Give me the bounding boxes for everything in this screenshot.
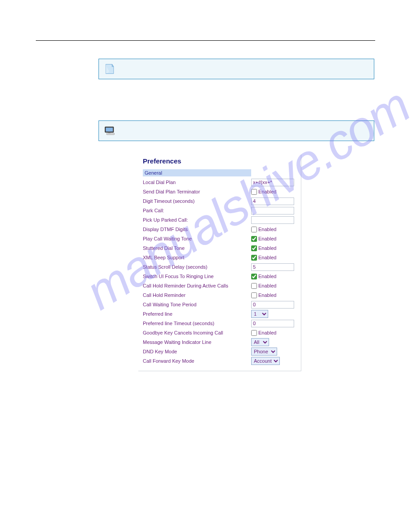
pref-row: Display DTMF DigitsEnabled [143,225,296,233]
pref-label: Message Waiting Indicator Line [143,339,251,345]
pref-checkbox-label: Enabled [258,245,276,251]
pref-label: Call Waiting Tone Period [143,302,251,307]
pref-checkbox-label: Enabled [258,292,276,298]
section-general: General [143,169,251,176]
pref-row: Call Hold ReminderEnabled [143,291,296,299]
pref-checkbox-wrap[interactable]: Enabled [251,274,276,279]
pref-text-input[interactable] [251,263,294,271]
pref-control [251,301,294,309]
pref-checkbox-label: Enabled [258,236,276,241]
aastra-web-ui-callout [98,120,374,141]
pref-label: Park Call: [143,208,251,213]
pref-checkbox[interactable] [251,189,257,195]
pref-control: Enabled [251,283,276,289]
pref-label: Status Scroll Delay (seconds) [143,264,251,270]
preferences-panel: Preferences General Local Dial PlanSend … [138,154,301,371]
pref-control: Enabled [251,274,276,279]
pref-checkbox-wrap[interactable]: Enabled [251,283,276,289]
pref-label: Stuttered Dial Tone [143,245,251,251]
pref-control: Enabled [251,330,276,336]
pref-row: Park Call: [143,206,296,215]
pref-row: Message Waiting Indicator LineAll [143,338,296,346]
pref-row: Call Waiting Tone Period [143,300,296,309]
pref-select[interactable]: Phone [251,348,277,356]
pref-select[interactable]: Account [251,357,280,365]
pref-control [251,179,294,186]
pref-label: Play Call Waiting Tone [143,236,251,241]
pref-label: Call Forward Key Mode [143,358,251,364]
pref-row: Call Hold Reminder During Active CallsEn… [143,282,296,290]
pref-row: Digit Timeout (seconds) [143,197,296,205]
pref-label: Send Dial Plan Terminator [143,189,251,194]
pref-control: Phone [251,348,277,356]
pref-checkbox-label: Enabled [258,274,276,279]
pref-checkbox[interactable] [251,227,257,232]
pref-control: Enabled [251,227,276,232]
pref-checkbox-wrap[interactable]: Enabled [251,330,276,336]
pref-control [251,197,294,205]
pref-label: Preferred line Timeout (seconds) [143,321,251,326]
pref-checkbox[interactable] [251,292,257,298]
pref-row: Switch UI Focus To Ringing LineEnabled [143,272,296,280]
note-callout [98,59,374,79]
pref-checkbox-label: Enabled [258,255,276,260]
pref-control [251,263,294,271]
pref-label: Digit Timeout (seconds) [143,198,251,204]
pref-checkbox[interactable] [251,274,257,279]
pref-label: Local Dial Plan [143,180,251,185]
pref-label: Goodbye Key Cancels Incoming Call [143,330,251,335]
pref-text-input[interactable] [251,216,294,224]
pref-label: Display DTMF Digits [143,227,251,232]
page-divider [36,40,375,41]
pref-label: Call Hold Reminder During Active Calls [143,283,251,288]
pref-text-input[interactable] [251,301,294,309]
pref-control: 1 [251,310,268,318]
pref-row: Pick Up Parked Call: [143,216,296,224]
pref-control [251,207,294,215]
pref-checkbox-wrap[interactable]: Enabled [251,292,276,298]
pref-checkbox[interactable] [251,255,257,261]
pref-checkbox[interactable] [251,283,257,289]
note-icon [103,63,116,75]
svg-rect-3 [108,133,111,133]
pref-row: Stuttered Dial ToneEnabled [143,244,296,252]
computer-icon [103,124,116,137]
pref-row: Call Forward Key ModeAccount [143,357,296,365]
pref-control [251,216,294,224]
pref-control: All [251,338,269,346]
pref-checkbox[interactable] [251,330,257,336]
pref-checkbox-wrap[interactable]: Enabled [251,255,276,261]
pref-text-input[interactable] [251,197,294,205]
pref-label: Pick Up Parked Call: [143,217,251,223]
pref-checkbox-wrap[interactable]: Enabled [251,189,276,195]
pref-checkbox-wrap[interactable]: Enabled [251,236,276,242]
pref-text-input[interactable] [251,320,294,327]
pref-checkbox[interactable] [251,236,257,242]
pref-control: Account [251,357,280,365]
pref-select[interactable]: 1 [251,310,268,318]
pref-checkbox[interactable] [251,245,257,251]
pref-row: Local Dial Plan [143,178,296,186]
pref-checkbox-wrap[interactable]: Enabled [251,245,276,251]
pref-row: Preferred line1 [143,310,296,318]
pref-checkbox-label: Enabled [258,330,276,335]
pref-select[interactable]: All [251,338,269,346]
pref-control: Enabled [251,245,276,251]
pref-text-input[interactable] [251,179,294,186]
pref-label: Preferred line [143,311,251,317]
svg-rect-2 [107,133,115,135]
pref-row: Status Scroll Delay (seconds) [143,263,296,271]
pref-row: Goodbye Key Cancels Incoming CallEnabled [143,329,296,337]
pref-control [251,320,294,327]
pref-row: Preferred line Timeout (seconds) [143,319,296,327]
pref-text-input[interactable] [251,207,294,215]
pref-label: Switch UI Focus To Ringing Line [143,274,251,279]
pref-label: XML Beep Support [143,255,251,260]
pref-control: Enabled [251,189,276,195]
pref-control: Enabled [251,292,276,298]
pref-checkbox-wrap[interactable]: Enabled [251,227,276,232]
pref-control: Enabled [251,236,276,242]
pref-label: Call Hold Reminder [143,292,251,298]
pref-row: XML Beep SupportEnabled [143,253,296,262]
pref-checkbox-label: Enabled [258,227,276,232]
